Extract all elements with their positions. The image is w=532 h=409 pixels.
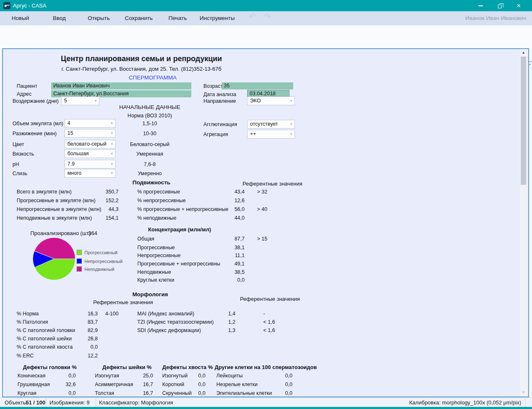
agglutination-dropdown[interactable]: отсутствует▼ bbox=[247, 120, 295, 129]
table-row: Общая 87,7 > 15 bbox=[0, 236, 532, 243]
defect-value: 16,7 bbox=[127, 390, 153, 396]
undo-icon[interactable]: ↶ bbox=[249, 12, 256, 22]
concentration-label: Прогрессивные bbox=[137, 245, 175, 250]
menu-open[interactable]: Открыть bbox=[88, 15, 110, 21]
table-row: % С патологией шейки 26,8 bbox=[0, 336, 532, 343]
close-icon: × bbox=[517, 2, 521, 9]
initial-row-label: Цвет bbox=[12, 141, 24, 147]
age-field[interactable]: 35 bbox=[222, 82, 293, 89]
motility-label: % непрогрессивные bbox=[137, 198, 186, 203]
morph-label: % Норма bbox=[17, 311, 39, 317]
age-label: Возраст bbox=[203, 83, 223, 89]
color-dropdown[interactable]: беловато-серый▼ bbox=[64, 140, 116, 149]
concentration-value: 11,1 bbox=[195, 253, 245, 258]
table-row: % С патологией хвоста 0,0 bbox=[0, 344, 532, 351]
liquefaction-dropdown[interactable]: 15▼ bbox=[64, 129, 116, 138]
abstinence-label: Воздержание (дни) bbox=[12, 98, 59, 104]
initial-row-label: Разжижение (мин) bbox=[12, 131, 57, 136]
defect-label: Круглая bbox=[17, 390, 37, 396]
index-ref: < 1,6 bbox=[263, 319, 275, 325]
tail-defects-title: Дефекты хвоста % bbox=[162, 364, 213, 370]
ph-dropdown[interactable]: 7.9▼ bbox=[64, 160, 116, 169]
menu-save[interactable]: Сохранить bbox=[125, 15, 153, 21]
agglutination-value: отсутствует bbox=[250, 121, 278, 127]
concentration-label: Круглые клетки bbox=[137, 277, 174, 283]
close-button[interactable]: × bbox=[509, 0, 528, 11]
other-cells-title: Другие клетки на 100 сперматозоидов bbox=[215, 364, 317, 370]
menu-instruments[interactable]: Инструменты bbox=[200, 15, 235, 21]
redo-icon[interactable]: ↷ bbox=[264, 12, 271, 22]
menu-input[interactable]: Ввод bbox=[53, 15, 66, 21]
menu-new[interactable]: Новый bbox=[12, 15, 29, 21]
table-row: Прогрессивные 38,1 bbox=[0, 245, 532, 252]
viscosity-value: большая bbox=[67, 151, 89, 156]
scrollbar-thumb[interactable] bbox=[521, 57, 526, 185]
referral-value: ЭКО bbox=[250, 98, 261, 104]
minimize-icon bbox=[478, 5, 483, 6]
aggregation-dropdown[interactable]: ++▼ bbox=[247, 130, 295, 139]
address-label: Адрес bbox=[17, 91, 32, 97]
menu-print[interactable]: Печать bbox=[168, 15, 187, 21]
agglutination-label: Агглютинация bbox=[203, 121, 237, 127]
window-title: Аргус - CASA bbox=[13, 2, 46, 9]
table-row: Неподвижные в эякуляте (млн) 154,1 % неп… bbox=[0, 215, 532, 222]
morph-label: % Патология bbox=[17, 319, 48, 325]
motility-title: Подвижность bbox=[118, 179, 185, 186]
chevron-down-icon: ▼ bbox=[110, 171, 114, 175]
concentration-label: Неподвижные bbox=[137, 269, 171, 275]
referral-dropdown[interactable]: ЭКО▼ bbox=[247, 97, 295, 105]
defects-header-row: Дефекты головки % Дефекты шейки % Дефект… bbox=[0, 364, 532, 371]
scrollbar-up-icon[interactable]: ▲ bbox=[520, 50, 527, 55]
total-value: 44,3 bbox=[75, 206, 119, 212]
chevron-down-icon: ▼ bbox=[290, 132, 293, 136]
volume-dropdown[interactable]: 4▼ bbox=[64, 119, 116, 128]
other-cells-label: Незрелые клетки bbox=[216, 382, 257, 387]
morph-value: 0,0 bbox=[62, 344, 98, 350]
volume-value: 4 bbox=[67, 120, 70, 126]
motility-ref: > 32 bbox=[257, 189, 267, 195]
morph-value: 26,8 bbox=[62, 336, 98, 342]
concentration-value: 0,0 bbox=[195, 277, 245, 283]
table-row: Грушевидная 32,6 Асимметричная 16,7 Коро… bbox=[0, 382, 532, 389]
mucus-value: много bbox=[67, 170, 82, 176]
concentration-title: Концентрация (млн/мл) bbox=[148, 226, 211, 233]
morphology-title: Морфология bbox=[117, 291, 183, 297]
concentration-value: 87,7 bbox=[195, 236, 245, 242]
statusbar-separator bbox=[96, 398, 96, 407]
reference-title-right: Референтные значения bbox=[240, 296, 300, 302]
table-row: % Норма 16,3 4-100 MAI (Индекс аномалий)… bbox=[0, 311, 532, 318]
doc-title: СПЕРМОГРАММА bbox=[62, 74, 243, 81]
defect-value: 0,0 bbox=[180, 390, 205, 396]
scrollbar-down-icon[interactable]: ▼ bbox=[520, 390, 527, 394]
motility-value: 44,0 bbox=[195, 215, 245, 221]
chevron-down-icon: ▼ bbox=[290, 122, 293, 126]
aggregation-value: ++ bbox=[250, 131, 256, 137]
index-ref: < 1,6 bbox=[263, 327, 275, 333]
norm-title: Норма (ВОЗ 2010) bbox=[116, 113, 183, 119]
referral-label: Направление bbox=[203, 98, 236, 104]
defect-value: 0,0 bbox=[50, 390, 76, 396]
restore-button[interactable] bbox=[490, 0, 509, 11]
defect-value: 25,0 bbox=[127, 373, 153, 379]
clinic-name: Центр планирования семьи и репродукции bbox=[42, 55, 241, 63]
viscosity-dropdown[interactable]: большая▼ bbox=[64, 149, 116, 158]
morph-value: 16,3 bbox=[62, 311, 98, 317]
defect-label: Грушевидная bbox=[17, 382, 50, 387]
defect-label: Изогнутая bbox=[95, 373, 119, 379]
mucus-dropdown[interactable]: много▼ bbox=[64, 169, 116, 178]
analyzed-value: 364 bbox=[88, 230, 97, 236]
total-label: Всего в эякуляте (млн) bbox=[17, 189, 72, 195]
abstinence-dropdown[interactable]: 5▼ bbox=[61, 97, 99, 105]
analysis-date-value: 03.04.2018 bbox=[250, 91, 276, 97]
color-value: беловато-серый bbox=[67, 141, 106, 147]
morph-value: 12,2 bbox=[62, 353, 98, 359]
defect-value: 0,0 bbox=[180, 373, 205, 379]
defect-value: 32,6 bbox=[50, 382, 76, 387]
minimize-button[interactable] bbox=[471, 0, 490, 11]
index-value: 1,4 bbox=[200, 311, 235, 317]
table-row: % ERC 12,2 bbox=[0, 353, 532, 360]
statusbar: Объекты 51 / 100 Изображения: 9 Классифи… bbox=[0, 397, 532, 407]
analysis-date-label: Дата анализа bbox=[203, 92, 236, 97]
patient-name-field[interactable]: Иванов Иван Иванович bbox=[51, 82, 191, 89]
norm-value: Беловато-серый bbox=[116, 141, 183, 147]
